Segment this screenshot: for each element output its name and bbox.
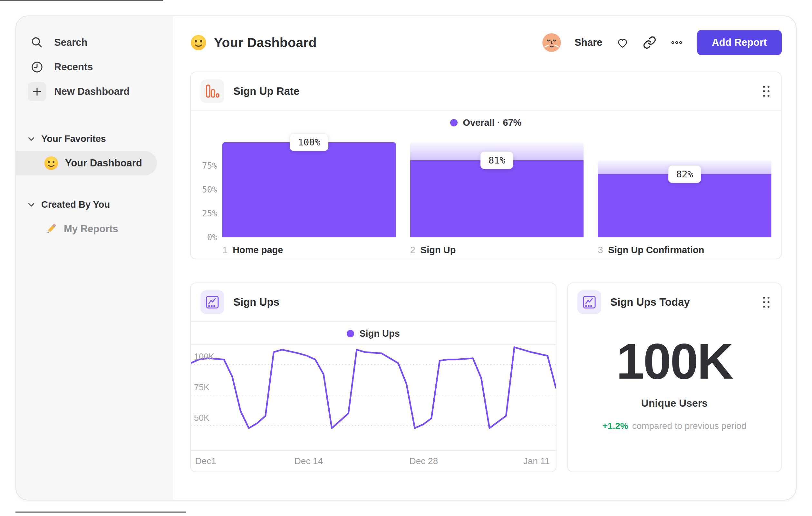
header-actions: Share Add Report [542,30,782,55]
page-header: Your Dashboard Share [190,29,782,56]
y-tick-label: 100K [194,352,214,362]
search-icon [28,33,47,52]
funnel-step-label: 2Sign Up [410,245,584,255]
line-legend: Sign Ups [191,322,556,344]
funnel-bar: 100% [222,134,396,237]
pencil-emoji-icon [44,222,58,236]
main-content: Your Dashboard Share [173,16,796,500]
page-title-group: Your Dashboard [190,34,317,51]
legend-dot [450,119,458,127]
sign-ups-today-card-header: Sign Ups Today [568,283,781,321]
sidebar-item-recents[interactable]: Recents [26,55,163,79]
sidebar-item-search[interactable]: Search [26,30,163,55]
screenshot-artifact-bottom [16,512,186,513]
y-tick-label: 0% [207,233,217,242]
bar-chart-icon [200,79,224,103]
favorite-heart-icon[interactable] [616,36,629,49]
sidebar: Search Recents New Dashboard Your Favori [16,16,173,500]
x-tick-label: Dec 28 [409,456,438,466]
metric-delta-row: +1.2% compared to previous period [602,421,746,431]
card-title: Sign Ups [233,296,546,308]
sidebar-section-title: Your Favorites [41,134,106,144]
funnel-columns: 100%81%82% [222,134,772,237]
sign-ups-card: Sign Ups Sign Ups 100K75K50K Dec1Dec 14D… [190,282,556,472]
line-chart-icon [577,290,601,314]
screenshot-artifact-top [0,0,163,1]
drag-handle-icon[interactable] [761,295,772,309]
funnel-value-label: 100% [290,134,328,151]
y-tick-label: 25% [202,209,217,218]
metric-delta-note: compared to previous period [632,421,747,431]
metric-body: 100K Unique Users +1.2% compared to prev… [568,321,781,431]
x-tick-label: Jan 11 [523,456,550,466]
x-tick-label: Dec1 [195,456,216,466]
legend-label: Sign Ups [359,328,400,339]
share-button[interactable]: Share [575,37,602,48]
legend-dot [347,330,354,337]
sidebar-section-created-by-you[interactable]: Created By You [26,197,163,212]
y-tick-label: 75% [202,161,217,171]
sidebar-item-new-dashboard[interactable]: New Dashboard [26,79,163,104]
sidebar-item-label: Recents [54,61,93,73]
drag-handle-icon[interactable] [761,84,772,99]
signup-rate-card: Sign Up Rate Overall · 67% 75%50%25%0% 1… [190,72,782,259]
sidebar-item-label: Search [54,37,87,48]
x-tick-label: Dec 14 [294,456,323,466]
y-tick-label: 50K [194,413,209,423]
more-options-icon[interactable] [670,36,684,49]
sidebar-item-your-dashboard[interactable]: Your Dashboard [16,151,157,175]
metric-delta: +1.2% [602,421,628,431]
chevron-down-icon [26,134,36,143]
line-x-labels: Dec1Dec 14Dec 28Jan 11 [191,451,556,471]
sign-ups-today-card: Sign Ups Today 100K Unique Users +1.2% c… [567,282,782,472]
sign-ups-card-header: Sign Ups [191,283,556,321]
funnel-step-label: 1Home page [222,245,396,255]
add-report-button[interactable]: Add Report [697,30,782,55]
clock-icon [28,58,47,76]
funnel-x-labels: 1Home page2Sign Up3Sign Up Confirmation [222,237,772,255]
line-plot: 100K75K50K [191,345,556,451]
sidebar-section-title: Created By You [41,199,110,210]
copy-link-icon[interactable] [643,36,656,49]
card-title: Sign Up Rate [233,85,752,98]
metric-value: 100K [616,336,733,386]
funnel-bar: 81% [410,134,584,237]
funnel-chart: 75%50%25%0% 100%81%82% 1Home page2Sign U… [191,133,781,259]
smiley-emoji-icon [190,34,207,51]
page-title: Your Dashboard [214,35,317,50]
y-tick-label: 50% [202,185,217,194]
sidebar-section-your-favorites[interactable]: Your Favorites [26,131,163,146]
sidebar-item-my-reports[interactable]: My Reports [44,219,163,239]
funnel-y-axis: 75%50%25%0% [198,134,222,237]
funnel-legend: Overall · 67% [191,111,781,133]
signup-rate-card-header: Sign Up Rate [191,72,781,110]
avatar[interactable] [542,33,561,52]
card-title: Sign Ups Today [610,296,752,308]
funnel-value-label: 82% [668,165,701,183]
funnel-bar: 82% [598,134,772,237]
chevron-down-icon [26,200,36,209]
legend-label: Overall · 67% [463,117,521,128]
sidebar-item-label: New Dashboard [54,86,129,98]
app-window: Search Recents New Dashboard Your Favori [16,16,796,500]
line-chart-icon [200,290,224,314]
sidebar-item-label: Your Dashboard [65,157,142,169]
y-tick-label: 75K [194,382,209,392]
funnel-value-label: 81% [481,152,513,169]
funnel-step-label: 3Sign Up Confirmation [598,245,772,255]
sidebar-item-label: My Reports [64,223,118,235]
metric-label: Unique Users [641,397,707,409]
cards-row: Sign Ups Sign Ups 100K75K50K Dec1Dec 14D… [190,282,782,472]
smiley-emoji-icon [44,156,59,171]
plus-icon [28,82,47,101]
